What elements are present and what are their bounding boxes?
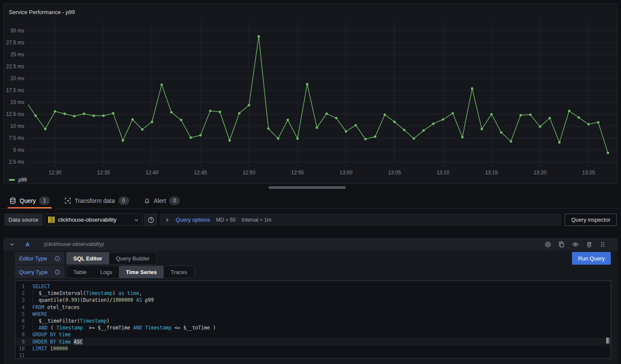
series-point [161, 84, 163, 86]
series-point [209, 110, 211, 112]
query-type-table[interactable]: Table [66, 266, 93, 278]
query-type-label-chip: Query Type [15, 266, 64, 278]
series-point [257, 35, 260, 38]
line-number: 8 [15, 331, 28, 338]
bell-icon [144, 197, 150, 204]
series-line-p99 [28, 36, 608, 153]
transform-icon [64, 197, 71, 204]
tab-alert[interactable]: Alert 0 [142, 193, 182, 208]
editor-type-sql-editor[interactable]: SQL Editor [66, 252, 109, 264]
clickhouse-logo-icon [48, 217, 55, 223]
datasource-selected-value: clickhouse-observability [58, 217, 130, 223]
chevron-down-icon [134, 217, 139, 222]
x-axis-tick-label: 13:05 [388, 170, 401, 176]
editor-tabs: Query 1 Transform data 0 Alert 0 [8, 193, 182, 208]
editor-type-label-chip: Editor Type [15, 252, 64, 265]
sql-line-content: $__timeInterval(Timestamp) as time, [32, 290, 142, 297]
sql-line: 5WHERE [15, 311, 611, 318]
series-point [54, 110, 56, 113]
y-axis-tick-label: 25 ms [4, 52, 24, 58]
series-point [286, 119, 289, 121]
x-axis-tick-label: 12:45 [194, 170, 207, 176]
line-number: 4 [15, 304, 28, 311]
series-point [248, 104, 250, 107]
line-number: 3 [15, 297, 28, 303]
editor-type-label: Editor Type [19, 255, 47, 262]
series-point [403, 129, 406, 131]
trash-icon[interactable] [586, 241, 592, 248]
query-type-logs[interactable]: Logs [93, 266, 119, 278]
editor-type-query-builder[interactable]: Query Builder [109, 252, 156, 264]
info-circle-icon[interactable] [55, 269, 60, 275]
help-circle-icon [147, 217, 154, 223]
x-axis-tick-label: 13:15 [485, 170, 498, 176]
x-axis-tick-label: 12:40 [146, 170, 159, 176]
y-axis-tick-label: 27.5 ms [4, 40, 24, 46]
series-point [607, 152, 609, 154]
datasource-select[interactable]: clickhouse-observability [44, 214, 143, 226]
legend-series-label[interactable]: p99 [18, 177, 27, 183]
x-axis-tick-label: 13:20 [534, 170, 546, 176]
datasource-help-button[interactable] [144, 214, 157, 226]
query-type-traces[interactable]: Traces [164, 266, 194, 278]
query-row-actions [545, 241, 612, 248]
drag-handle-icon[interactable] [600, 241, 606, 248]
chevron-right-icon [165, 217, 170, 222]
series-point [451, 112, 454, 115]
query-inspector-button[interactable]: Query inspector [565, 214, 617, 226]
collapse-chevron-down-icon[interactable] [9, 242, 14, 247]
series-point [432, 123, 435, 125]
y-axis-tick-label: 10 ms [4, 123, 24, 129]
series-point [510, 140, 512, 143]
horizontal-scrollbar[interactable] [269, 186, 346, 189]
query-row-header[interactable]: A (clickhouse-observability) [3, 238, 618, 251]
series-point [597, 121, 600, 124]
y-axis-tick-label: 30 ms [4, 28, 24, 34]
query-type-group: Table Logs Time Series Traces [66, 266, 194, 278]
query-options-bar[interactable]: Query options MD = 50 Interval = 1m [159, 214, 561, 226]
series-point [481, 128, 483, 130]
sql-line-content: AND ( Timestamp >= $__fromTime AND Times… [32, 324, 216, 331]
line-number: 9 [15, 338, 28, 345]
sql-line: 2 $__timeInterval(Timestamp) as time, [15, 290, 611, 297]
series-point [44, 128, 46, 130]
tab-query[interactable]: Query 1 [8, 193, 52, 208]
series-point [568, 110, 571, 112]
series-point [238, 112, 241, 115]
series-point [64, 113, 66, 115]
datasource-label: Data source [4, 214, 43, 226]
legend: p99 [9, 177, 27, 183]
copy-icon[interactable] [558, 241, 565, 248]
tab-transform-data[interactable]: Transform data 0 [63, 193, 130, 208]
tab-transform-count-badge: 0 [118, 196, 129, 205]
tab-transform-label: Transform data [75, 197, 115, 204]
record-circle-icon[interactable] [545, 241, 551, 248]
query-options-link[interactable]: Query options [176, 217, 210, 223]
sql-line-content: LIMIT 100000 [32, 345, 68, 352]
info-circle-icon[interactable] [55, 256, 60, 261]
y-axis-tick-label: 20 ms [4, 75, 24, 81]
series-point [316, 127, 318, 129]
sql-line: 11 [15, 352, 611, 359]
sql-line: 1SELECT [15, 283, 611, 290]
sql-line-content: GROUP BY time [32, 331, 71, 338]
sql-line-content: SELECT [32, 283, 50, 290]
query-type-label: Query Type [19, 269, 48, 275]
line-number: 5 [15, 311, 28, 318]
database-icon [9, 197, 16, 204]
query-ref-id: A [26, 241, 29, 248]
series-point [345, 130, 347, 133]
query-editor-card: A (clickhouse-observability) [3, 238, 618, 364]
series-point [92, 115, 95, 117]
y-axis-tick-label: 12.5 ms [4, 111, 24, 117]
run-query-button[interactable]: Run Query [572, 252, 611, 265]
series-point [199, 134, 202, 137]
series-point [122, 139, 124, 142]
series-point [306, 83, 309, 86]
chart-canvas[interactable] [28, 20, 617, 167]
query-type-time-series[interactable]: Time Series [119, 266, 164, 278]
eye-icon[interactable] [572, 241, 579, 248]
sql-editor[interactable]: 1SELECT2 $__timeInterval(Timestamp) as t… [15, 280, 611, 359]
series-point [413, 137, 415, 140]
sql-line-content: quantile(0.99)(Duration)/1000000 AS p99 [32, 297, 154, 303]
